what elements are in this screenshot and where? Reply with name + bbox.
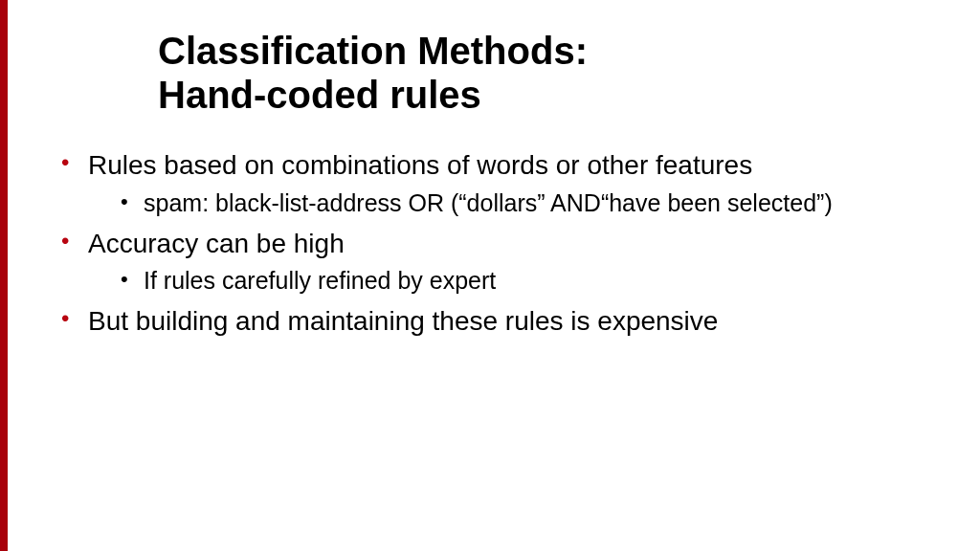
title-line-2: Hand-coded rules xyxy=(158,74,481,116)
list-item: Rules based on combinations of words or … xyxy=(57,147,932,220)
bullet-list: Rules based on combinations of words or … xyxy=(48,147,932,340)
sub-bullet-text: spam: black-list-address OR (“dollars” A… xyxy=(144,189,833,216)
list-item: Accuracy can be high If rules carefully … xyxy=(57,226,932,298)
title-line-1: Classification Methods: xyxy=(158,30,588,72)
bullet-text: But building and maintaining these rules… xyxy=(88,306,718,336)
sub-list-item: spam: black-list-address OR (“dollars” A… xyxy=(117,187,932,220)
slide-title: Classification Methods: Hand-coded rules xyxy=(158,29,932,117)
sub-list-item: If rules carefully refined by expert xyxy=(117,265,932,298)
list-item: But building and maintaining these rules… xyxy=(57,303,932,340)
bullet-text: Accuracy can be high xyxy=(88,229,345,258)
sub-list: If rules carefully refined by expert xyxy=(88,265,932,298)
slide-content: Classification Methods: Hand-coded rules… xyxy=(0,0,980,340)
sub-list: spam: black-list-address OR (“dollars” A… xyxy=(88,187,932,220)
sub-bullet-text: If rules carefully refined by expert xyxy=(144,267,496,294)
accent-bar xyxy=(0,0,8,551)
bullet-text: Rules based on combinations of words or … xyxy=(88,150,752,180)
